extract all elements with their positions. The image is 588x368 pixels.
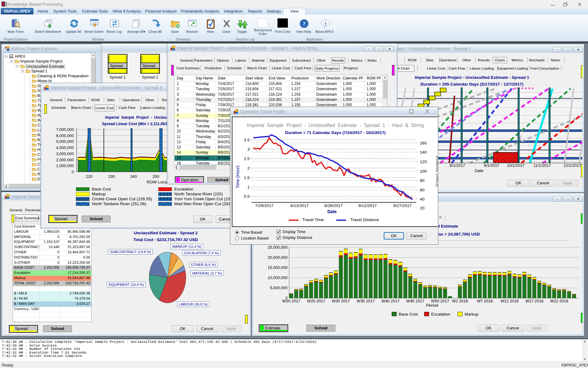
svg-text:W20 2017: W20 2017 [282,299,300,303]
svg-text:20,000,000: 20,000,000 [268,255,288,260]
svg-text:?: ? [303,21,306,27]
svg-text:W25 2017: W25 2017 [307,299,325,303]
svg-text:W12 2018: W12 2018 [500,299,518,303]
svg-text:1.5: 1.5 [244,175,250,180]
svg-text:W40 2017: W40 2017 [381,299,399,303]
svg-text:W50 2017: W50 2017 [431,299,449,303]
svg-text:0.5: 0.5 [244,194,250,199]
svg-text:100: 100 [420,169,427,174]
svg-text:120: 120 [420,159,427,164]
svg-text:W45 2017: W45 2017 [406,299,424,303]
svg-text:15,000,000: 15,000,000 [268,265,288,270]
svg-text:1: 1 [247,185,250,190]
svg-text:Distance (Miles): Distance (Miles) [435,156,438,186]
svg-text:25,000,000: 25,000,000 [268,245,288,250]
svg-text:10,000,000: 10,000,000 [268,275,288,280]
svg-text:60: 60 [420,188,424,192]
svg-text:140: 140 [420,150,427,155]
svg-text:W22 2018: W22 2018 [550,299,568,303]
svg-text:W30 2017: W30 2017 [332,299,350,303]
svg-text:W35 2017: W35 2017 [356,299,375,303]
svg-text:160: 160 [420,141,427,145]
svg-text:80: 80 [420,178,424,183]
svg-text:W7 2018: W7 2018 [477,299,493,303]
svg-text:20: 20 [420,206,424,210]
svg-text:3: 3 [247,147,250,151]
svg-text:Time (Hour): Time (Hour) [235,166,240,188]
svg-text:2.5: 2.5 [244,156,250,161]
svg-text:Period: Period [426,303,438,308]
svg-text:2: 2 [247,166,250,171]
svg-text:3.5: 3.5 [244,138,250,142]
svg-text:5,000,000: 5,000,000 [270,286,288,290]
svg-text:W17 2018: W17 2018 [525,299,543,303]
svg-text:i: i [325,21,326,26]
svg-text:W2 2018: W2 2018 [452,299,468,303]
svg-text:40: 40 [420,197,424,201]
